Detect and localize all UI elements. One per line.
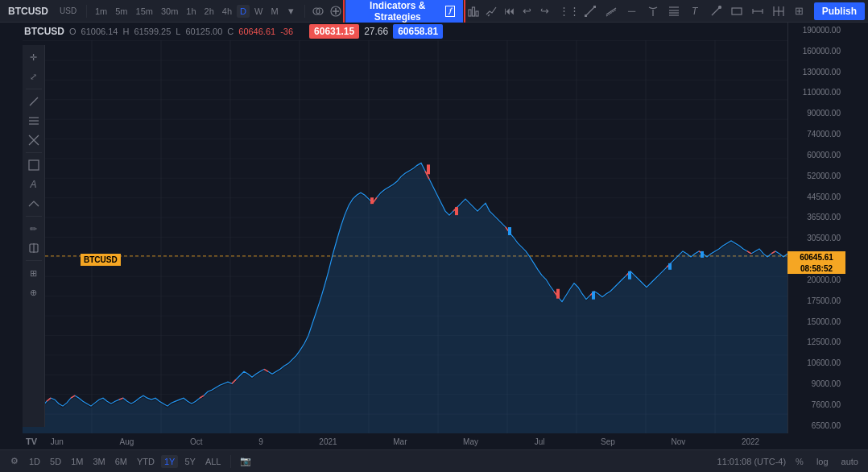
tool-rectangle[interactable] xyxy=(727,2,746,21)
period-1y[interactable]: 1Y xyxy=(161,455,178,468)
percent-btn[interactable]: % xyxy=(792,455,807,468)
add-indicator-btn[interactable] xyxy=(328,2,344,21)
price-36k: 36500.00 xyxy=(790,213,844,222)
time-may: May xyxy=(463,437,478,446)
tool-more[interactable]: ⊞ xyxy=(790,2,809,21)
tool-zoom-left[interactable]: ⊕ xyxy=(25,284,43,301)
price-60k: 60000.00 xyxy=(790,151,844,159)
period-ytd[interactable]: YTD xyxy=(134,455,158,468)
price-110k: 110000.00 xyxy=(790,88,844,97)
svg-line-50 xyxy=(30,97,38,106)
period-6m[interactable]: 6M xyxy=(112,455,130,468)
price-box-2: 27.66 xyxy=(364,26,388,37)
period-all[interactable]: ALL xyxy=(202,455,225,468)
tool-trendline[interactable] xyxy=(581,2,600,21)
tool-trendline-left[interactable] xyxy=(25,93,43,110)
settings-btn[interactable]: ⚙ xyxy=(6,453,23,470)
ohlc-low-label: L xyxy=(176,27,180,36)
tool-highlighter[interactable] xyxy=(25,239,43,257)
tf-5m[interactable]: 5m xyxy=(112,5,130,18)
drawing-tools-btn[interactable] xyxy=(483,2,499,21)
left-sep2 xyxy=(26,152,42,153)
tf-d[interactable]: D xyxy=(237,5,250,18)
period-1m[interactable]: 1M xyxy=(68,455,86,468)
tf-w[interactable]: W xyxy=(251,5,266,18)
tf-1m[interactable]: 1m xyxy=(92,5,110,18)
indicators-strategies-btn[interactable]: Indicators & Strategies 𝑓 xyxy=(345,0,463,25)
replay-btn[interactable]: ⏮ xyxy=(501,2,517,21)
chart-canvas[interactable] xyxy=(23,40,787,433)
tool-brush[interactable] xyxy=(706,2,725,21)
tool-gann[interactable] xyxy=(25,131,43,149)
svg-point-10 xyxy=(585,14,587,17)
period-3m[interactable]: 3M xyxy=(89,455,108,468)
undo-btn[interactable]: ↩ xyxy=(519,2,535,21)
time-2021: 2021 xyxy=(319,437,337,446)
compare-btn[interactable] xyxy=(310,2,326,21)
tool-fibracci[interactable] xyxy=(25,112,43,130)
svg-rect-44 xyxy=(508,227,511,235)
current-price-scale-badge: 60645.61 08:58:52 xyxy=(787,251,845,274)
price-chart xyxy=(23,40,787,433)
price-44k: 44500.00 xyxy=(790,193,844,201)
svg-line-9 xyxy=(585,6,595,16)
tool-measure-left[interactable]: ⊞ xyxy=(25,264,43,282)
svg-line-8 xyxy=(488,14,490,16)
tf-1h[interactable]: 1h xyxy=(183,5,199,18)
svg-point-19 xyxy=(718,6,721,8)
tool-hline[interactable]: ─ xyxy=(622,2,642,21)
tool-cursor[interactable]: ⋮⋮ xyxy=(560,2,579,21)
tf-2h[interactable]: 2h xyxy=(201,5,217,18)
price-scale: 190000.00 160000.00 130000.00 110000.00 … xyxy=(787,23,845,433)
tool-projection[interactable] xyxy=(25,195,43,213)
ohlc-close: 60646.61 xyxy=(238,27,275,36)
ohlc-close-label: C xyxy=(227,27,234,36)
price-15k: 15000.00 xyxy=(790,317,844,326)
svg-point-11 xyxy=(593,6,596,8)
svg-rect-49 xyxy=(701,251,704,258)
svg-rect-41 xyxy=(370,197,374,204)
tool-crosshair[interactable]: ✛ xyxy=(25,48,43,66)
time-mar: Mar xyxy=(393,437,407,446)
tf-15m[interactable]: 15m xyxy=(133,5,156,18)
separator2 xyxy=(304,5,305,18)
tool-measure[interactable] xyxy=(748,2,767,21)
price-74k: 74000.00 xyxy=(790,130,844,139)
publish-button[interactable]: Publish xyxy=(814,2,865,20)
tool-pitchfork[interactable] xyxy=(643,2,663,21)
redo-btn[interactable]: ↪ xyxy=(536,2,552,21)
current-price-value: 60645.61 xyxy=(787,251,845,263)
bottom-bar: ⚙ 1D 5D 1M 3M 6M YTD 1Y 5Y ALL 📷 11:01:0… xyxy=(0,449,868,472)
tool-select[interactable]: ⤢ xyxy=(25,68,43,85)
ohlc-open: 61006.14 xyxy=(81,27,118,36)
tool-annotations[interactable]: A xyxy=(25,176,43,193)
price-12k: 12500.00 xyxy=(790,337,844,346)
tool-channel[interactable] xyxy=(601,2,621,21)
left-sep3 xyxy=(26,216,42,217)
price-6k: 6500.00 xyxy=(790,421,844,430)
svg-line-18 xyxy=(712,7,720,15)
btcusd-label-text: BTCUSD xyxy=(81,254,121,266)
currency-label: USD xyxy=(55,6,81,15)
ohlc-change: -36 xyxy=(280,27,293,36)
auto-btn[interactable]: auto xyxy=(838,455,862,468)
period-5d[interactable]: 5D xyxy=(47,455,64,468)
tool-shapes[interactable] xyxy=(25,156,43,174)
svg-rect-5 xyxy=(469,10,471,16)
svg-rect-47 xyxy=(628,271,631,279)
period-1d[interactable]: 1D xyxy=(26,455,43,468)
ohlc-bar: BTCUSD O 61006.14 H 61599.25 L 60125.00 … xyxy=(24,24,443,39)
period-5y[interactable]: 5Y xyxy=(181,455,198,468)
tool-zoom[interactable] xyxy=(769,2,788,21)
tool-brush-left[interactable]: ✏ xyxy=(25,220,43,238)
tf-4h[interactable]: 4h xyxy=(219,5,235,18)
price-10k: 10600.00 xyxy=(790,358,844,367)
timeframe-more-btn[interactable]: ▾ xyxy=(283,2,300,21)
tool-fibretracement[interactable] xyxy=(664,2,684,21)
tool-text[interactable]: T xyxy=(685,2,705,21)
log-btn[interactable]: log xyxy=(813,455,832,468)
tf-m[interactable]: M xyxy=(267,5,281,18)
chart-type-btn[interactable] xyxy=(465,2,481,21)
tf-30m[interactable]: 30m xyxy=(158,5,181,18)
screenshot-btn[interactable]: 📷 xyxy=(238,453,254,470)
